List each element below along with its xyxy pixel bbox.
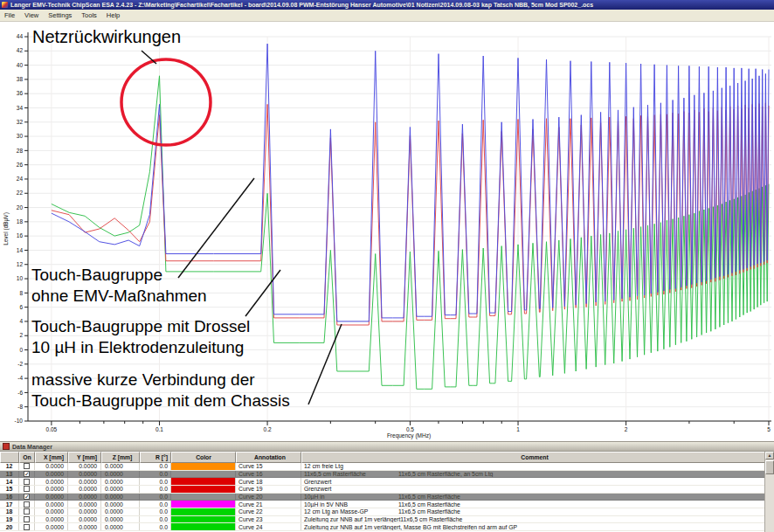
- table-row[interactable]: 16✓0.00000.00000.00000.0Curve 2010µH in1…: [0, 494, 765, 501]
- col-header-R [°][interactable]: R [°]: [140, 452, 171, 463]
- cell-color[interactable]: [171, 508, 236, 515]
- cell-color[interactable]: [171, 478, 236, 485]
- table-row[interactable]: 140.00000.00000.00000.0Curve 18Grenzwert: [0, 478, 765, 486]
- svg-text:30: 30: [17, 133, 24, 139]
- cell-color[interactable]: [171, 523, 236, 530]
- scrollbar-thumb[interactable]: [765, 460, 774, 474]
- cell-annotation: Curve 21: [236, 501, 301, 508]
- cell-comment: 12 cm Ltg an Masse-GP11x6,5 cm Rasterflä…: [301, 508, 765, 515]
- cell-on: [19, 486, 35, 493]
- cell-color[interactable]: [171, 501, 236, 508]
- cell-comment: Grenzwert: [301, 478, 765, 485]
- menu-settings[interactable]: Settings: [48, 11, 72, 19]
- annotation-mit-drossel: Touch-Baugruppe mit Drossel 10 µH in Ele…: [31, 316, 250, 357]
- cell-color[interactable]: [171, 516, 236, 523]
- menu-tools[interactable]: Tools: [81, 11, 97, 19]
- comment-text: 12 cm Ltg an Masse-GP: [304, 508, 398, 515]
- cell-color[interactable]: [171, 463, 236, 470]
- col-header-num[interactable]: [0, 452, 19, 463]
- color-swatch[interactable]: [171, 478, 235, 485]
- table-row[interactable]: 150.00000.00000.00000.0Curve 19Grenzwert: [0, 486, 765, 494]
- comment-text-2: 11x6,5 cm Rasterfläche: [398, 494, 460, 500]
- cell-color[interactable]: [171, 494, 236, 501]
- table-row[interactable]: 200.00000.00000.00000.0Curve 24Zuleitung…: [0, 523, 765, 531]
- table-row[interactable]: 190.00000.00000.00000.0Curve 23Zuleitung…: [0, 516, 765, 524]
- cell-on: [19, 463, 35, 470]
- cell-row-number: 16: [0, 494, 19, 501]
- color-swatch[interactable]: [171, 523, 235, 530]
- svg-text:0.5: 0.5: [406, 426, 414, 432]
- on-checkbox[interactable]: [24, 463, 30, 469]
- color-swatch[interactable]: [171, 516, 235, 523]
- color-swatch[interactable]: [171, 508, 235, 515]
- on-checkbox[interactable]: [24, 479, 30, 485]
- on-checkbox[interactable]: [24, 524, 30, 530]
- on-checkbox[interactable]: ✓: [24, 494, 30, 500]
- cell-z: 0.0000: [101, 486, 140, 493]
- menu-help[interactable]: Help: [107, 11, 120, 19]
- on-checkbox[interactable]: ✓: [24, 471, 30, 477]
- cell-r: 0.0: [140, 463, 171, 470]
- cell-on: [19, 523, 35, 530]
- cell-color[interactable]: [171, 486, 236, 493]
- cell-x: 0.0000: [35, 508, 68, 515]
- table-row[interactable]: 170.00000.00000.00000.0Curve 2110µH in 5…: [0, 501, 765, 508]
- color-swatch[interactable]: [171, 501, 235, 508]
- menu-file[interactable]: File: [4, 11, 15, 19]
- on-checkbox[interactable]: [24, 486, 30, 492]
- on-checkbox[interactable]: [24, 508, 30, 515]
- comment-text-2: 11x6,5 cm Rasterfläche: [398, 501, 460, 508]
- comment-text: 11x6,5 cm Rasterfläche: [304, 471, 398, 477]
- cell-row-number: 18: [0, 508, 19, 515]
- on-checkbox[interactable]: [24, 516, 30, 522]
- color-swatch[interactable]: [171, 463, 235, 470]
- cell-r: 0.0: [140, 478, 171, 485]
- table-scrollbar[interactable]: ▲: [764, 452, 774, 532]
- comment-text: 12 cm freie Ltg: [304, 463, 398, 469]
- data-manager-panel: Data Manager OnX [mm]Y [mm]Z [mm]R [°]Co…: [0, 441, 774, 532]
- col-header-On[interactable]: On: [19, 452, 35, 463]
- curve-1: [52, 103, 769, 325]
- x-axis-label: Frequency (MHz): [387, 432, 431, 439]
- svg-text:-8: -8: [17, 404, 23, 410]
- cell-comment: Zuleitung zur NNB auf 1m verlängert, Mas…: [301, 523, 765, 530]
- on-checkbox[interactable]: [24, 501, 30, 508]
- col-header-X [mm][interactable]: X [mm]: [35, 452, 68, 463]
- menu-view[interactable]: View: [24, 11, 38, 19]
- cell-x: 0.0000: [35, 523, 68, 530]
- table-row[interactable]: 180.00000.00000.00000.0Curve 2212 cm Ltg…: [0, 508, 765, 516]
- cell-on: ✓: [19, 494, 35, 501]
- table-row[interactable]: 120.00000.00000.00000.0Curve 1512 cm fre…: [0, 463, 765, 471]
- svg-text:44: 44: [17, 33, 24, 39]
- cell-comment: 10µH in11x6,5 cm Rasterfläche: [301, 494, 765, 501]
- table-row[interactable]: 13✓0.00000.00000.00000.0Curve 1611x6,5 c…: [0, 471, 765, 479]
- color-swatch[interactable]: [171, 486, 235, 493]
- cell-y: 0.0000: [68, 508, 101, 515]
- cell-x: 0.0000: [35, 494, 68, 501]
- svg-text:0.1: 0.1: [155, 426, 163, 432]
- svg-text:0: 0: [19, 347, 23, 353]
- cell-y: 0.0000: [68, 516, 101, 523]
- col-header-Comment[interactable]: Comment: [301, 452, 765, 463]
- svg-text:38: 38: [17, 76, 24, 82]
- cell-r: 0.0: [140, 508, 171, 515]
- window-title: Langer EMV-Technik ChipScan ESA 2.4.23 -…: [10, 2, 593, 8]
- svg-text:14: 14: [17, 247, 24, 253]
- svg-text:0.05: 0.05: [46, 426, 58, 432]
- table-header-row: OnX [mm]Y [mm]Z [mm]R [°]ColorAnnotation…: [0, 452, 765, 463]
- spectrum-chart: -10-8-6-4-202468101214161820222426283032…: [0, 0, 774, 441]
- cell-x: 0.0000: [35, 463, 68, 470]
- cell-color[interactable]: [171, 471, 236, 478]
- col-header-Color[interactable]: Color: [171, 452, 236, 463]
- cell-y: 0.0000: [68, 478, 101, 485]
- cell-annotation: Curve 22: [236, 508, 301, 515]
- title-bar: Langer EMV-Technik ChipScan ESA 2.4.23 -…: [0, 0, 774, 10]
- cell-x: 0.0000: [35, 486, 68, 493]
- col-header-Annotation[interactable]: Annotation: [236, 452, 301, 463]
- col-header-Z [mm][interactable]: Z [mm]: [101, 452, 140, 463]
- cell-x: 0.0000: [35, 516, 68, 523]
- col-header-Y [mm][interactable]: Y [mm]: [68, 452, 101, 463]
- cell-annotation: Curve 16: [236, 471, 301, 478]
- scrollbar-up-icon[interactable]: ▲: [765, 452, 774, 459]
- comment-text: Zuleitung zur NNB auf 1m verlängert, Mas…: [304, 524, 517, 530]
